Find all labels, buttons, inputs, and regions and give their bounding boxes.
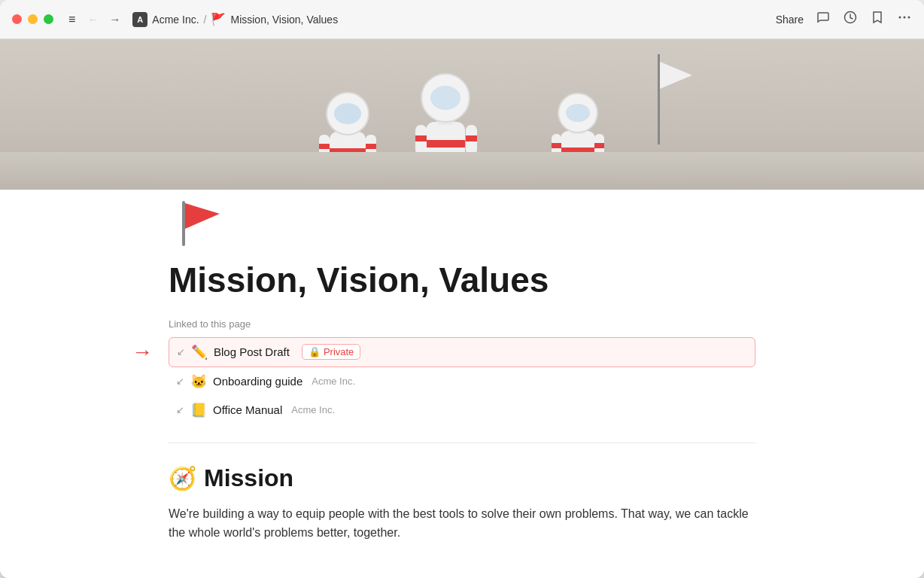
svg-rect-38	[594, 143, 604, 148]
linked-item-onboarding-guide[interactable]: ↙ 🐱 Onboarding guide Acme Inc.	[169, 367, 755, 396]
linked-item-blog-post-draft[interactable]: → ↙ ✏️ Blog Post Draft 🔒 Private	[169, 337, 755, 367]
more-options-icon[interactable]	[897, 10, 912, 29]
svg-point-29	[430, 86, 460, 110]
share-button[interactable]: Share	[776, 14, 804, 26]
svg-point-41	[566, 104, 590, 122]
section-divider	[169, 443, 755, 443]
forward-button[interactable]: →	[106, 11, 123, 27]
blog-post-title: Blog Post Draft	[214, 345, 290, 358]
svg-marker-45	[185, 203, 220, 229]
content-area: Mission, Vision, Values Linked to this p…	[0, 39, 924, 578]
close-button[interactable]	[12, 14, 22, 24]
breadcrumb-separator: /	[204, 14, 207, 26]
comment-icon[interactable]	[816, 10, 831, 29]
onboarding-emoji: 🐱	[190, 373, 207, 390]
page-content: Mission, Vision, Values Linked to this p…	[138, 197, 786, 578]
svg-point-2	[904, 17, 906, 19]
linked-label: Linked to this page	[169, 318, 755, 330]
page-flag-icon: 🚩	[211, 12, 226, 26]
breadcrumb: A Acme Inc. / 🚩 Mission, Vision, Values	[132, 12, 338, 27]
titlebar-actions: Share	[776, 10, 912, 29]
hamburger-icon[interactable]: ≡	[68, 13, 75, 26]
app-window: ≡ ← → A Acme Inc. / 🚩 Mission, Vision, V…	[0, 0, 924, 578]
svg-rect-26	[466, 135, 477, 141]
linked-items: → ↙ ✏️ Blog Post Draft 🔒 Private ↙ 🐱 O	[169, 337, 755, 424]
mission-section: 🧭 Mission We're building a way to equip …	[169, 464, 755, 543]
mission-body: We're building a way to equip people wit…	[169, 504, 755, 543]
svg-rect-25	[415, 135, 427, 141]
private-label: Private	[324, 346, 354, 357]
workspace-name[interactable]: Acme Inc.	[152, 14, 199, 26]
pointing-arrow-icon: →	[132, 340, 153, 364]
hero-image	[0, 39, 924, 190]
svg-point-3	[908, 17, 910, 19]
page-icon-area	[169, 197, 755, 253]
blog-post-emoji: ✏️	[191, 344, 208, 360]
onboarding-title: Onboarding guide	[213, 375, 302, 388]
svg-rect-13	[319, 144, 330, 149]
link-icon: ↙	[176, 376, 184, 387]
link-icon: ↙	[177, 346, 185, 357]
history-icon[interactable]	[843, 10, 858, 29]
svg-point-17	[334, 103, 361, 124]
bookmark-icon[interactable]	[870, 10, 885, 29]
office-manual-workspace: Acme Inc.	[291, 404, 335, 415]
page-title: Mission, Vision, Values	[169, 260, 755, 300]
fullscreen-button[interactable]	[44, 14, 53, 24]
link-icon: ↙	[176, 404, 184, 415]
svg-rect-14	[366, 144, 376, 149]
back-button[interactable]: ←	[84, 11, 102, 27]
svg-rect-44	[182, 201, 185, 246]
titlebar: ≡ ← → A Acme Inc. / 🚩 Mission, Vision, V…	[0, 0, 924, 39]
svg-rect-37	[552, 143, 561, 148]
page-title-breadcrumb[interactable]: Mission, Vision, Values	[230, 14, 338, 26]
mission-heading: 🧭 Mission	[169, 464, 755, 492]
linked-section: Linked to this page → ↙ ✏️ Blog Post Dra…	[169, 318, 755, 424]
office-manual-title: Office Manual	[213, 403, 282, 416]
compass-icon: 🧭	[169, 465, 196, 491]
workspace-icon: A	[132, 12, 147, 27]
private-badge: 🔒 Private	[302, 344, 360, 360]
linked-item-office-manual[interactable]: ↙ 📒 Office Manual Acme Inc.	[169, 396, 755, 424]
traffic-lights	[12, 14, 53, 24]
navigation-arrows: ← →	[84, 11, 123, 27]
minimize-button[interactable]	[28, 14, 38, 24]
office-manual-emoji: 📒	[190, 402, 207, 418]
svg-point-1	[899, 17, 901, 19]
svg-rect-22	[426, 140, 465, 148]
onboarding-workspace: Acme Inc.	[312, 376, 355, 387]
svg-rect-42	[658, 54, 660, 144]
lock-icon: 🔒	[309, 346, 321, 357]
